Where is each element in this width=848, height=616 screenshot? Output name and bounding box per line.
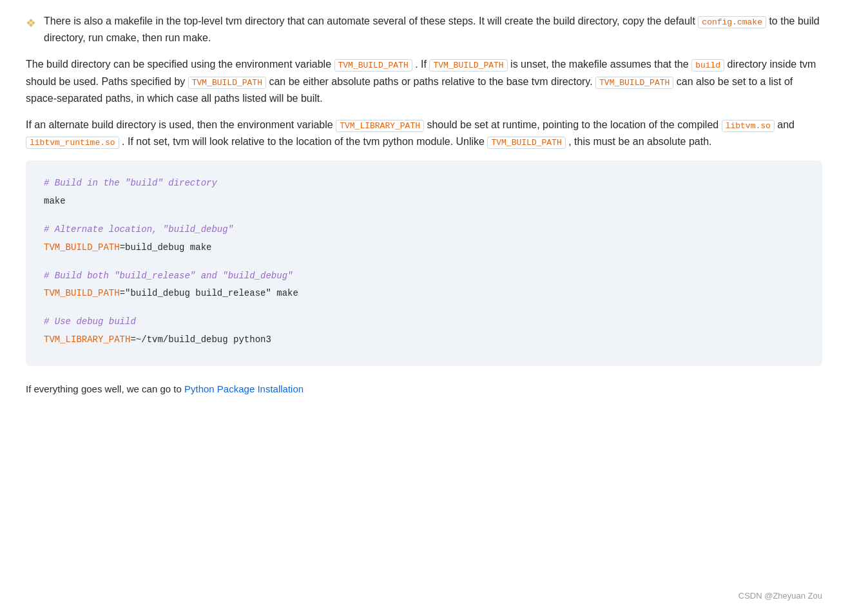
para2-text-3: and bbox=[777, 119, 795, 130]
code-comment-2: # Alternate location, "build_debug" bbox=[44, 222, 804, 238]
code-comment-1: # Build in the "build" directory bbox=[44, 176, 804, 191]
code-command-2: TVM_BUILD_PATH=build_debug make bbox=[44, 240, 804, 256]
para2-text-5: , this must be an absolute path. bbox=[568, 136, 711, 147]
para1-code-1: TVM_BUILD_PATH bbox=[334, 59, 412, 72]
para1-text-3: is unset, the makefile assumes that the bbox=[510, 59, 689, 70]
para2-text-1: If an alternate build directory is used,… bbox=[26, 119, 333, 130]
bullet-code-1: config.cmake bbox=[698, 16, 766, 28]
para1-text-2: . If bbox=[415, 59, 427, 70]
para1-code-4: TVM_BUILD_PATH bbox=[188, 77, 266, 89]
code-command-4: TVM_LIBRARY_PATH=~/tvm/build_debug pytho… bbox=[44, 332, 804, 348]
paragraph-1: The build directory can be specified usi… bbox=[26, 56, 822, 107]
para1-code-5: TVM_BUILD_PATH bbox=[595, 77, 673, 89]
para2-code-2: libtvm.so bbox=[722, 120, 775, 132]
code-command-3: TVM_BUILD_PATH="build_debug build_releas… bbox=[44, 286, 804, 302]
para1-text-1: The build directory can be specified usi… bbox=[26, 59, 331, 70]
code-command-1: make bbox=[44, 194, 804, 209]
bullet-content: There is also a makefile in the top-leve… bbox=[44, 13, 822, 46]
code-comment-4: # Use debug build bbox=[44, 314, 804, 330]
bullet-item: ❖ There is also a makefile in the top-le… bbox=[26, 13, 822, 46]
code-block: # Build in the "build" directory make # … bbox=[26, 160, 822, 365]
code-group-4: # Use debug build TVM_LIBRARY_PATH=~/tvm… bbox=[44, 314, 804, 348]
para1-code-2: TVM_BUILD_PATH bbox=[429, 59, 507, 72]
para2-code-4: TVM_BUILD_PATH bbox=[487, 137, 565, 149]
para2-text-4: . If not set, tvm will look relative to … bbox=[122, 136, 485, 147]
code-comment-3: # Build both "build_release" and "build_… bbox=[44, 269, 804, 284]
para2-code-1: TVM_LIBRARY_PATH bbox=[336, 120, 424, 132]
para2-code-3: libtvm_runtime.so bbox=[26, 137, 119, 149]
code-group-1: # Build in the "build" directory make bbox=[44, 176, 804, 209]
bullet-icon: ❖ bbox=[26, 14, 36, 33]
code-group-3: # Build both "build_release" and "build_… bbox=[44, 269, 804, 302]
paragraph-2: If an alternate build directory is used,… bbox=[26, 117, 822, 151]
code-group-2: # Alternate location, "build_debug" TVM_… bbox=[44, 222, 804, 256]
para2-text-2: should be set at runtime, pointing to th… bbox=[427, 119, 718, 130]
para1-code-3: build bbox=[691, 59, 724, 72]
bullet-text-1: There is also a makefile in the top-leve… bbox=[44, 15, 695, 26]
footer-link[interactable]: Python Package Installation bbox=[184, 383, 304, 394]
footer-text: If everything goes well, we can go to bbox=[26, 383, 182, 394]
footer: If everything goes well, we can go to Py… bbox=[26, 381, 822, 397]
watermark: CSDN @Zheyuan Zou bbox=[738, 590, 822, 603]
para1-text-5: can be either absolute paths or paths re… bbox=[269, 76, 592, 87]
